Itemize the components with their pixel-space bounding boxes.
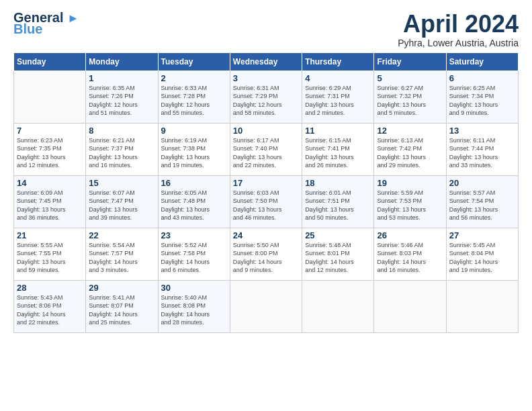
day-info: Sunrise: 6:23 AMSunset: 7:35 PMDaylight:… (17, 136, 83, 170)
table-row (14, 71, 86, 123)
table-row: 20Sunrise: 5:57 AMSunset: 7:54 PMDayligh… (446, 175, 518, 228)
col-saturday: Saturday (446, 52, 518, 71)
table-row: 30Sunrise: 5:40 AMSunset: 8:08 PMDayligh… (158, 280, 230, 332)
table-row (446, 280, 518, 332)
col-wednesday: Wednesday (230, 52, 302, 71)
day-info: Sunrise: 5:41 AMSunset: 8:07 PMDaylight:… (89, 293, 154, 327)
day-number: 5 (377, 73, 443, 83)
day-number: 28 (17, 283, 83, 293)
day-number: 19 (377, 178, 443, 188)
table-row: 23Sunrise: 5:52 AMSunset: 7:58 PMDayligh… (158, 228, 230, 280)
table-row (302, 280, 374, 332)
day-info: Sunrise: 6:05 AMSunset: 7:48 PMDaylight:… (161, 189, 227, 222)
table-row: 18Sunrise: 6:01 AMSunset: 7:51 PMDayligh… (302, 175, 374, 228)
day-info: Sunrise: 5:52 AMSunset: 7:58 PMDaylight:… (161, 241, 227, 275)
day-number: 15 (89, 178, 154, 188)
table-row: 28Sunrise: 5:43 AMSunset: 8:06 PMDayligh… (14, 280, 86, 332)
day-number: 8 (89, 126, 154, 136)
table-row: 6Sunrise: 6:25 AMSunset: 7:34 PMDaylight… (446, 71, 518, 123)
day-info: Sunrise: 6:29 AMSunset: 7:31 PMDaylight:… (305, 84, 371, 118)
month-title: April 2024 (398, 11, 519, 38)
day-number: 23 (161, 230, 227, 240)
day-number: 9 (161, 126, 227, 136)
week-row-4: 28Sunrise: 5:43 AMSunset: 8:06 PMDayligh… (14, 280, 519, 332)
day-info: Sunrise: 6:03 AMSunset: 7:50 PMDaylight:… (233, 189, 299, 222)
day-info: Sunrise: 6:31 AMSunset: 7:29 PMDaylight:… (233, 84, 299, 118)
table-row: 13Sunrise: 6:11 AMSunset: 7:44 PMDayligh… (446, 123, 518, 175)
day-info: Sunrise: 6:15 AMSunset: 7:41 PMDaylight:… (305, 136, 371, 170)
day-number: 29 (89, 283, 154, 293)
day-number: 21 (17, 230, 83, 240)
week-row-1: 7Sunrise: 6:23 AMSunset: 7:35 PMDaylight… (14, 123, 519, 175)
col-tuesday: Tuesday (158, 52, 230, 71)
day-info: Sunrise: 6:17 AMSunset: 7:40 PMDaylight:… (233, 136, 299, 170)
day-info: Sunrise: 5:43 AMSunset: 8:06 PMDaylight:… (17, 293, 83, 327)
table-row (374, 280, 446, 332)
table-row: 9Sunrise: 6:19 AMSunset: 7:38 PMDaylight… (158, 123, 230, 175)
calendar-table: Sunday Monday Tuesday Wednesday Thursday… (13, 52, 519, 333)
table-row: 4Sunrise: 6:29 AMSunset: 7:31 PMDaylight… (302, 71, 374, 123)
table-row: 25Sunrise: 5:48 AMSunset: 8:01 PMDayligh… (302, 228, 374, 280)
day-number: 3 (233, 73, 299, 83)
day-info: Sunrise: 5:59 AMSunset: 7:53 PMDaylight:… (377, 189, 443, 222)
day-info: Sunrise: 6:19 AMSunset: 7:38 PMDaylight:… (161, 136, 227, 170)
table-row: 2Sunrise: 6:33 AMSunset: 7:28 PMDaylight… (158, 71, 230, 123)
table-row: 10Sunrise: 6:17 AMSunset: 7:40 PMDayligh… (230, 123, 302, 175)
day-number: 18 (305, 178, 371, 188)
table-row (230, 280, 302, 332)
table-row: 16Sunrise: 6:05 AMSunset: 7:48 PMDayligh… (158, 175, 230, 228)
day-number: 13 (449, 126, 515, 136)
day-number: 14 (17, 178, 83, 188)
day-number: 4 (305, 73, 371, 83)
table-row: 26Sunrise: 5:46 AMSunset: 8:03 PMDayligh… (374, 228, 446, 280)
table-row: 29Sunrise: 5:41 AMSunset: 8:07 PMDayligh… (86, 280, 158, 332)
table-row: 17Sunrise: 6:03 AMSunset: 7:50 PMDayligh… (230, 175, 302, 228)
day-number: 22 (89, 230, 154, 240)
day-number: 6 (449, 73, 515, 83)
day-info: Sunrise: 5:50 AMSunset: 8:00 PMDaylight:… (233, 241, 299, 275)
day-info: Sunrise: 6:13 AMSunset: 7:42 PMDaylight:… (377, 136, 443, 170)
day-info: Sunrise: 5:54 AMSunset: 7:57 PMDaylight:… (89, 241, 154, 275)
table-row: 27Sunrise: 5:45 AMSunset: 8:04 PMDayligh… (446, 228, 518, 280)
day-info: Sunrise: 5:55 AMSunset: 7:55 PMDaylight:… (17, 241, 83, 275)
day-number: 30 (161, 283, 227, 293)
table-row: 11Sunrise: 6:15 AMSunset: 7:41 PMDayligh… (302, 123, 374, 175)
week-row-0: 1Sunrise: 6:35 AMSunset: 7:26 PMDaylight… (14, 71, 519, 123)
table-row: 22Sunrise: 5:54 AMSunset: 7:57 PMDayligh… (86, 228, 158, 280)
day-info: Sunrise: 6:21 AMSunset: 7:37 PMDaylight:… (89, 136, 154, 170)
day-info: Sunrise: 6:09 AMSunset: 7:45 PMDaylight:… (17, 189, 83, 222)
day-info: Sunrise: 6:25 AMSunset: 7:34 PMDaylight:… (449, 84, 515, 118)
col-friday: Friday (374, 52, 446, 71)
week-row-2: 14Sunrise: 6:09 AMSunset: 7:45 PMDayligh… (14, 175, 519, 228)
table-row: 12Sunrise: 6:13 AMSunset: 7:42 PMDayligh… (374, 123, 446, 175)
col-monday: Monday (86, 52, 158, 71)
table-row: 8Sunrise: 6:21 AMSunset: 7:37 PMDaylight… (86, 123, 158, 175)
day-info: Sunrise: 6:01 AMSunset: 7:51 PMDaylight:… (305, 189, 371, 222)
main-container: General ► Blue April 2024 Pyhra, Lower A… (0, 0, 532, 340)
table-row: 24Sunrise: 5:50 AMSunset: 8:00 PMDayligh… (230, 228, 302, 280)
day-info: Sunrise: 5:46 AMSunset: 8:03 PMDaylight:… (377, 241, 443, 275)
day-number: 16 (161, 178, 227, 188)
day-number: 26 (377, 230, 443, 240)
day-info: Sunrise: 6:35 AMSunset: 7:26 PMDaylight:… (89, 84, 154, 118)
day-number: 12 (377, 126, 443, 136)
day-number: 7 (17, 126, 83, 136)
day-info: Sunrise: 6:11 AMSunset: 7:44 PMDaylight:… (449, 136, 515, 170)
day-number: 11 (305, 126, 371, 136)
table-row: 5Sunrise: 6:27 AMSunset: 7:32 PMDaylight… (374, 71, 446, 123)
col-sunday: Sunday (14, 52, 86, 71)
day-number: 17 (233, 178, 299, 188)
day-number: 2 (161, 73, 227, 83)
day-info: Sunrise: 5:40 AMSunset: 8:08 PMDaylight:… (161, 293, 227, 327)
table-row: 1Sunrise: 6:35 AMSunset: 7:26 PMDaylight… (86, 71, 158, 123)
day-info: Sunrise: 5:45 AMSunset: 8:04 PMDaylight:… (449, 241, 515, 275)
header: General ► Blue April 2024 Pyhra, Lower A… (13, 11, 519, 48)
logo-blue: Blue (13, 21, 42, 37)
location-subtitle: Pyhra, Lower Austria, Austria (398, 38, 519, 48)
table-row: 7Sunrise: 6:23 AMSunset: 7:35 PMDaylight… (14, 123, 86, 175)
col-thursday: Thursday (302, 52, 374, 71)
table-row: 3Sunrise: 6:31 AMSunset: 7:29 PMDaylight… (230, 71, 302, 123)
day-number: 1 (89, 73, 154, 83)
day-info: Sunrise: 5:57 AMSunset: 7:54 PMDaylight:… (449, 189, 515, 222)
day-info: Sunrise: 6:27 AMSunset: 7:32 PMDaylight:… (377, 84, 443, 118)
